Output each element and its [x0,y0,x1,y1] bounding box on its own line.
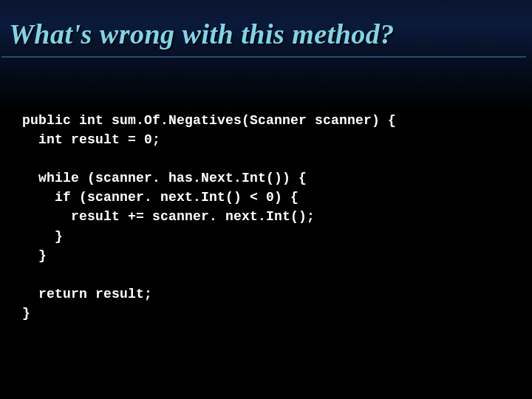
slide-title: What's wrong with this method? [1,0,526,58]
code-block: public int sum.Of.Negatives(Scanner scan… [0,58,532,323]
